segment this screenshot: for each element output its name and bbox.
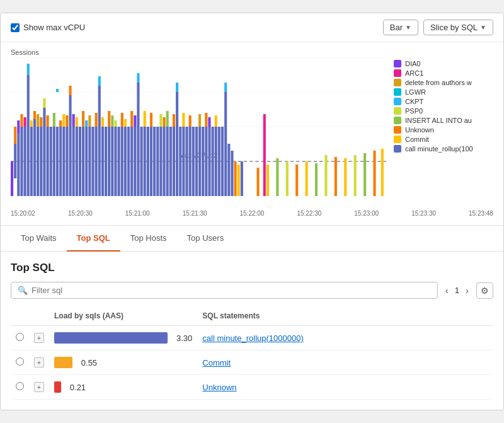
svg-rect-47 xyxy=(69,86,71,95)
svg-rect-14 xyxy=(14,127,16,144)
next-page-button[interactable]: › xyxy=(463,284,471,297)
legend-item: call minute_rollup(100 xyxy=(394,145,493,153)
svg-rect-82 xyxy=(134,115,136,127)
svg-rect-122 xyxy=(218,127,220,196)
svg-rect-89 xyxy=(150,127,152,196)
svg-rect-16 xyxy=(17,120,20,133)
svg-rect-125 xyxy=(224,83,227,92)
legend-color xyxy=(394,88,401,96)
svg-rect-13 xyxy=(14,144,16,178)
show-max-vcpu-label[interactable]: Show max vCPU xyxy=(11,23,85,32)
slice-by-select[interactable]: Slice by SQL ▼ xyxy=(423,20,493,35)
row-expand-cell[interactable]: + xyxy=(29,375,49,400)
svg-rect-58 xyxy=(88,115,91,127)
svg-rect-139 xyxy=(324,155,327,196)
svg-rect-112 xyxy=(198,127,201,196)
svg-rect-121 xyxy=(215,115,217,127)
svg-rect-99 xyxy=(169,127,172,196)
svg-rect-18 xyxy=(20,114,23,127)
legend-item: Commit xyxy=(394,136,493,143)
row-radio-input[interactable] xyxy=(16,357,24,366)
svg-rect-92 xyxy=(156,127,159,196)
bottom-section: Top SQL 🔍 ‹ 1 › ⚙ Load by sqls (AAS) SQ xyxy=(1,252,503,410)
expand-button[interactable]: + xyxy=(34,333,44,343)
filter-row: 🔍 ‹ 1 › ⚙ xyxy=(11,282,493,299)
svg-rect-134 xyxy=(276,158,278,196)
svg-rect-70 xyxy=(111,115,113,127)
chart-y-label: Sessions xyxy=(11,49,493,56)
svg-rect-101 xyxy=(173,114,175,127)
row-radio-input[interactable] xyxy=(16,382,24,390)
svg-rect-129 xyxy=(238,165,240,196)
sql-statement-link[interactable]: Unknown xyxy=(202,383,236,392)
sql-statement-link[interactable]: call minute_rollup(1000000) xyxy=(202,333,303,343)
svg-rect-106 xyxy=(182,113,185,127)
load-bar xyxy=(54,357,72,368)
legend-label: DIA0 xyxy=(405,60,420,67)
sql-cell: Unknown xyxy=(197,375,493,400)
chart-type-select[interactable]: Bar ▼ xyxy=(383,20,418,35)
svg-rect-127 xyxy=(231,151,233,196)
row-expand-cell[interactable]: + xyxy=(29,326,49,351)
prev-page-button[interactable]: ‹ xyxy=(443,284,451,297)
search-icon: 🔍 xyxy=(18,286,28,295)
tab-top-waits[interactable]: Top Waits xyxy=(11,226,67,252)
section-title: Top SQL xyxy=(11,262,493,274)
col-radio xyxy=(11,309,29,326)
svg-rect-45 xyxy=(66,115,68,127)
legend-item: delete from authors w xyxy=(394,79,493,86)
svg-rect-95 xyxy=(163,127,165,196)
svg-rect-32 xyxy=(43,98,45,108)
svg-rect-23 xyxy=(30,127,33,196)
svg-rect-53 xyxy=(82,127,84,196)
svg-rect-63 xyxy=(98,76,101,86)
chart-svg: 8 6 4 2 0 Max vCPU: 2 xyxy=(11,57,386,196)
svg-rect-73 xyxy=(118,127,120,196)
svg-rect-75 xyxy=(121,113,123,127)
svg-rect-21 xyxy=(27,75,30,196)
row-radio-input[interactable] xyxy=(16,333,24,341)
show-max-vcpu-checkbox[interactable] xyxy=(11,23,20,32)
load-col: 0.21 xyxy=(54,381,192,393)
tab-top-hosts[interactable]: Top Hosts xyxy=(120,226,177,252)
svg-rect-24 xyxy=(30,120,33,127)
svg-rect-31 xyxy=(43,108,45,196)
svg-rect-29 xyxy=(40,127,42,196)
row-radio-cell[interactable] xyxy=(11,375,29,400)
svg-rect-77 xyxy=(124,119,127,127)
filter-input-wrap: 🔍 xyxy=(11,282,438,299)
svg-rect-85 xyxy=(140,127,143,196)
tab-top-sql[interactable]: Top SQL xyxy=(67,226,120,252)
bar-cell: 3.30 xyxy=(49,326,197,351)
svg-rect-61 xyxy=(95,113,98,127)
svg-rect-44 xyxy=(66,127,68,196)
row-expand-cell[interactable]: + xyxy=(29,351,49,375)
legend-color xyxy=(394,126,401,134)
expand-button[interactable]: + xyxy=(34,357,44,368)
svg-rect-100 xyxy=(173,127,175,196)
svg-rect-130 xyxy=(241,161,243,196)
svg-rect-62 xyxy=(98,86,101,196)
tab-top-users[interactable]: Top Users xyxy=(177,226,234,252)
sql-statement-link[interactable]: Commit xyxy=(202,358,231,368)
expand-button[interactable]: + xyxy=(34,382,44,392)
aas-value: 3.30 xyxy=(176,333,192,343)
legend-label: call minute_rollup(100 xyxy=(405,145,473,153)
load-col: 0.55 xyxy=(54,357,192,368)
row-radio-cell[interactable] xyxy=(11,351,29,375)
row-radio-cell[interactable] xyxy=(11,326,29,351)
svg-rect-55 xyxy=(85,127,88,196)
svg-rect-20 xyxy=(24,117,26,127)
toolbar: Show max vCPU Bar ▼ Slice by SQL ▼ xyxy=(1,13,503,42)
svg-rect-36 xyxy=(53,127,55,196)
settings-button[interactable]: ⚙ xyxy=(476,282,493,299)
col-sql-header: SQL statements xyxy=(197,309,493,326)
filter-sql-input[interactable] xyxy=(32,286,431,295)
svg-rect-114 xyxy=(202,127,204,196)
svg-rect-93 xyxy=(159,127,162,196)
svg-rect-83 xyxy=(137,83,139,196)
svg-rect-123 xyxy=(221,127,224,196)
svg-rect-117 xyxy=(208,127,210,196)
col-expand xyxy=(29,309,49,326)
svg-rect-54 xyxy=(82,111,84,127)
